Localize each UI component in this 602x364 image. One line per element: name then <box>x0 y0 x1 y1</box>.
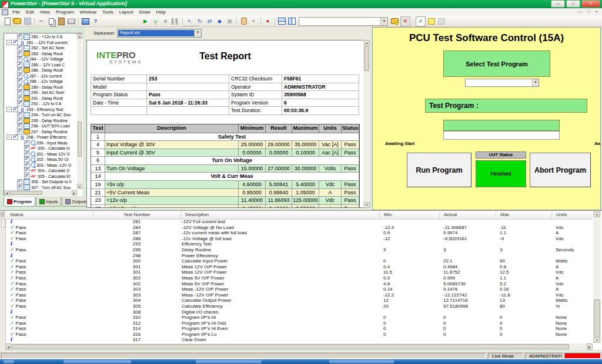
chevron-down-icon[interactable]: ▼ <box>194 29 201 37</box>
delete-icon[interactable]: × <box>249 17 258 26</box>
tree-item[interactable]: 280 - +12v to 0 A <box>4 34 76 40</box>
checkbox-checked-icon[interactable] <box>24 151 29 157</box>
paste-icon[interactable] <box>57 17 66 26</box>
menu-draw[interactable]: Draw <box>136 9 153 15</box>
scroll-down-icon[interactable]: ▼ <box>364 202 370 208</box>
checkbox-checked-icon[interactable] <box>13 134 18 140</box>
result-row[interactable]: i317Clear Down <box>5 337 593 343</box>
checkbox-checked-icon[interactable] <box>17 123 22 129</box>
checkbox-checked-icon[interactable] <box>24 140 29 146</box>
checkbox-checked-icon[interactable] <box>17 179 22 184</box>
delete-program-icon[interactable]: ✕ <box>400 16 410 26</box>
menu-view[interactable]: View <box>37 9 53 15</box>
tree-item[interactable]: 307 - Turn off AC Sou <box>4 185 76 191</box>
tree-item[interactable]: 286 - Delay Routi <box>4 68 76 73</box>
open-icon[interactable] <box>13 17 22 26</box>
checkbox-checked-icon[interactable] <box>17 129 22 134</box>
build-icon[interactable]: ▣ <box>225 17 234 26</box>
scroll-up-icon[interactable]: ▲ <box>594 211 600 217</box>
scroll-down-icon[interactable]: ▼ <box>77 184 82 189</box>
result-row[interactable]: ✓Pass284-12V Voltage @ No Load-12.4-11.4… <box>5 225 593 231</box>
tree-item[interactable]: 288 - -12v Voltage <box>4 79 76 85</box>
result-row[interactable]: ✓Pass300Calculate Input Power022.150Watt… <box>5 258 593 264</box>
result-row[interactable]: i308Digital I/O checks <box>5 309 593 315</box>
mdi-document-icon[interactable] <box>2 9 8 15</box>
result-row[interactable]: ✓Pass301Meas 12V O/P Power11.511.875212.… <box>5 269 593 275</box>
menu-tools[interactable]: Tools <box>99 9 116 15</box>
run-program-button[interactable]: Run Program <box>407 153 471 187</box>
tree-item[interactable]: 283 - Delay Routi <box>4 51 76 57</box>
help-icon[interactable]: ? <box>91 17 100 26</box>
note-icon[interactable] <box>427 17 436 26</box>
package-icon[interactable] <box>437 17 446 26</box>
tree-item[interactable]: 287 - -12v current <box>4 73 76 79</box>
open-program-icon[interactable] <box>390 17 399 26</box>
tree-item[interactable]: 285 - -12V Load C <box>4 62 76 68</box>
test-program-input[interactable] <box>443 131 560 140</box>
save-icon[interactable] <box>23 17 32 26</box>
result-row[interactable]: ✓Pass302Meas 5V O/P Power4.85.00857395.2… <box>5 281 593 287</box>
tree-item[interactable]: 303 - Meas -12V O <box>4 163 76 168</box>
new-icon[interactable] <box>3 17 12 26</box>
tree-item[interactable]: 290 - Set AC Nom <box>4 90 76 96</box>
tree-item[interactable]: 284 - -12V Voltage <box>4 56 76 62</box>
checkbox-checked-icon[interactable] <box>17 185 22 190</box>
scroll-down-icon[interactable]: ▼ <box>594 337 600 343</box>
result-row[interactable]: ✓Pass312Program I/P's Hi Odd000None <box>5 321 593 326</box>
tree-item[interactable]: dd°304 - Calculate O <box>4 168 76 174</box>
results-horizontal-scrollbar[interactable]: ◀ ▶ <box>5 343 593 350</box>
step-icon[interactable]: ⇄ <box>205 17 214 26</box>
result-row[interactable]: ✓Pass310Program I/P's Hi000None <box>5 315 593 321</box>
tile-horizontal-icon[interactable] <box>277 17 286 26</box>
tree-horizontal-scrollbar[interactable]: ◀ ▶ <box>4 190 77 196</box>
tree-item[interactable]: 292 - -12v to 0 A <box>4 101 76 107</box>
tree-item[interactable]: 301 - Meas 12V O <box>4 151 76 157</box>
checkbox-checked-icon[interactable] <box>17 45 22 50</box>
sign-report-icon[interactable]: ✓ <box>416 16 426 26</box>
column-header-max[interactable]: Max. <box>496 211 551 219</box>
tree-vertical-scrollbar[interactable]: ▲ ▼ <box>77 33 82 189</box>
taskbar-item[interactable] <box>63 360 131 363</box>
result-row[interactable]: ✓Pass287-12v current meas with full load… <box>5 230 593 236</box>
checkbox-checked-icon[interactable] <box>17 101 22 106</box>
checkbox-checked-icon[interactable] <box>17 73 22 79</box>
stylesheet-dropdown[interactable]: Report.xsl ▼ <box>117 29 202 38</box>
maximize-button[interactable]: □ <box>566 0 580 8</box>
chevron-down-icon[interactable]: ▼ <box>380 18 387 25</box>
pane-grip[interactable] <box>1 218 5 228</box>
checkbox-checked-icon[interactable] <box>17 85 22 90</box>
tree-item[interactable]: 282 - Set AC Nom <box>4 45 76 51</box>
result-row[interactable]: i298Power Effeciency <box>5 253 593 259</box>
tree-item[interactable]: dd°300 - Calculate In <box>4 146 76 151</box>
result-row[interactable]: i281-12V Full current test <box>5 219 593 225</box>
image-icon[interactable] <box>81 17 90 26</box>
checkbox-checked-icon[interactable] <box>17 90 22 95</box>
checkbox-checked-icon[interactable] <box>17 79 22 84</box>
menu-window[interactable]: Window <box>77 9 99 15</box>
select-test-program-button[interactable]: Select Test Program <box>443 50 550 77</box>
taskbar-item[interactable] <box>329 360 394 363</box>
copy-icon[interactable] <box>47 17 56 26</box>
column-header-actual[interactable]: Actual <box>439 211 496 219</box>
tree-item[interactable]: 295 - Delay Routine <box>4 118 76 124</box>
checkbox-checked-icon[interactable] <box>17 62 22 68</box>
record-icon[interactable]: ● <box>263 17 272 26</box>
tree-item[interactable]: 291 - Delay Routi <box>4 96 76 102</box>
column-header-testnumber[interactable]: Test Number <box>93 211 180 219</box>
result-row[interactable]: ✓Pass301Meas 12V O/P Power0.40.49840.6A <box>5 264 593 270</box>
scroll-up-icon[interactable]: ▲ <box>364 40 370 46</box>
scroll-right-icon[interactable]: ▶ <box>72 190 77 196</box>
tree-item[interactable]: dd°305 - Calculate Ef <box>4 174 76 180</box>
hand-icon[interactable] <box>239 17 248 26</box>
checkbox-checked-icon[interactable] <box>17 51 22 56</box>
minimize-button[interactable]: — <box>551 0 565 8</box>
tree-item[interactable]: –{}293 - Efficiency Test <box>4 107 76 113</box>
result-row[interactable]: ✓Pass316Program I/P's Lo000None <box>5 332 593 338</box>
result-row[interactable]: ✓Pass303Meas -12V O/P Power0.140.14760.1… <box>5 287 593 292</box>
run-to-cursor-icon[interactable]: ╤ <box>151 17 160 26</box>
tab-inputs[interactable]: Inputs <box>36 197 61 207</box>
column-header-status[interactable]: Status <box>5 211 93 219</box>
checkbox-checked-icon[interactable] <box>17 96 22 101</box>
scroll-right-icon[interactable]: ▶ <box>587 343 593 350</box>
tree-item[interactable]: –{}281 - -12V Full current <box>4 40 76 46</box>
